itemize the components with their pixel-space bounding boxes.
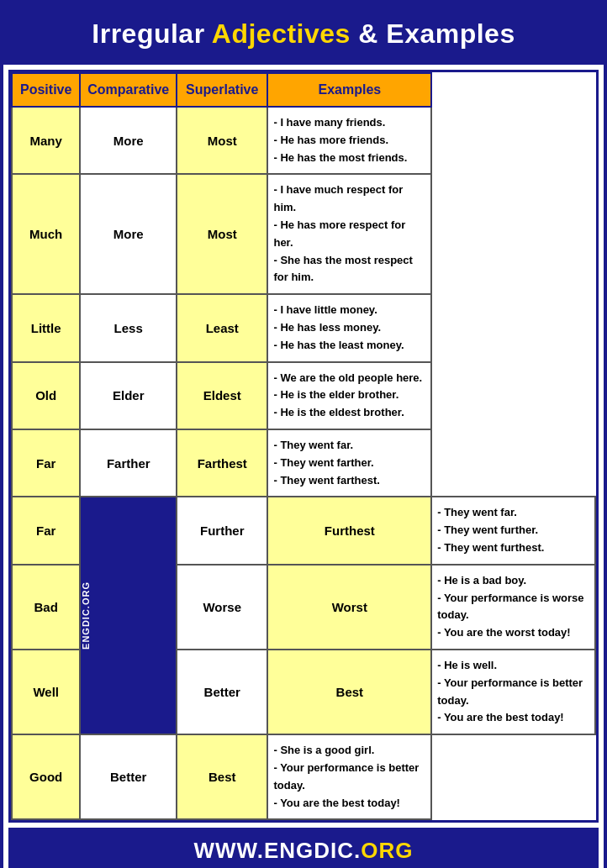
cell-positive: Old [12,362,80,429]
cell-comparative: More [80,174,177,294]
header-examples: Examples [267,73,431,107]
cell-positive: Much [12,174,80,294]
watermark-cell: ENGDIC.ORG [80,497,177,734]
cell-positive: Far [12,429,80,497]
cell-superlative: Farthest [177,429,267,497]
cell-superlative: Worst [267,565,431,650]
cell-superlative: Most [177,174,267,294]
cell-positive: Well [12,650,80,734]
cell-examples: - I have much respect for him.- He has m… [267,174,431,294]
table-row: ManyMoreMost- I have many friends.- He h… [12,107,595,174]
cell-superlative: Furthest [267,497,431,564]
cell-positive: Far [12,497,80,564]
table-wrap: Positive Comparative Superlative Example… [8,70,599,823]
cell-examples: - He is well.- Your performance is bette… [431,650,595,734]
footer-bar: WWW.ENGDIC.ORG [8,828,599,868]
table-row: GoodBetterBest- She is a good girl.- You… [12,734,595,819]
table-row: OldElderEldest- We are the old people he… [12,362,595,429]
cell-superlative: Best [267,650,431,734]
header-positive: Positive [12,73,80,107]
cell-superlative: Most [177,107,267,174]
cell-examples: - I have little money.- He has less mone… [267,294,431,361]
cell-examples: - She is a good girl.- Your performance … [267,734,431,819]
cell-positive: Good [12,734,80,819]
table-row: MuchMoreMost- I have much respect for hi… [12,174,595,294]
cell-comparative: Elder [80,362,177,429]
cell-comparative: Worse [177,565,267,650]
footer-part2: ORG [361,838,413,863]
title-text-1: Irregular [92,18,212,49]
table-row: LittleLessLeast- I have little money.- H… [12,294,595,361]
cell-comparative: Better [80,734,177,819]
cell-examples: - We are the old people here.- He is the… [267,362,431,429]
cell-positive: Many [12,107,80,174]
cell-examples: - He is a bad boy.- Your performance is … [431,565,595,650]
cell-positive: Bad [12,565,80,650]
cell-examples: - They went far.- They went further.- Th… [431,497,595,564]
cell-positive: Little [12,294,80,361]
title-bar: Irregular Adjectives & Examples [3,3,604,65]
card: Irregular Adjectives & Examples Positive… [0,0,607,868]
cell-superlative: Eldest [177,362,267,429]
cell-comparative: More [80,107,177,174]
footer-part1: WWW.ENGDIC. [194,838,362,863]
title-text-3: & Examples [351,18,515,49]
cell-examples: - I have many friends.- He has more frie… [267,107,431,174]
table-row: FarFartherFarthest- They went far.- They… [12,429,595,497]
header-superlative: Superlative [177,73,267,107]
cell-comparative: Further [177,497,267,564]
table-header-row: Positive Comparative Superlative Example… [12,73,595,107]
footer-text: WWW.ENGDIC.ORG [194,838,414,863]
cell-comparative: Better [177,650,267,734]
title-text-2: Adjectives [212,18,351,49]
cell-superlative: Best [177,734,267,819]
page-title: Irregular Adjectives & Examples [12,18,595,50]
header-comparative: Comparative [80,73,177,107]
cell-comparative: Less [80,294,177,361]
cell-comparative: Farther [80,429,177,497]
adjectives-table: Positive Comparative Superlative Example… [11,72,596,820]
table-row: FarENGDIC.ORGFurtherFurthest- They went … [12,497,595,564]
cell-examples: - They went far.- They went farther.- Th… [267,429,431,497]
cell-superlative: Least [177,294,267,361]
